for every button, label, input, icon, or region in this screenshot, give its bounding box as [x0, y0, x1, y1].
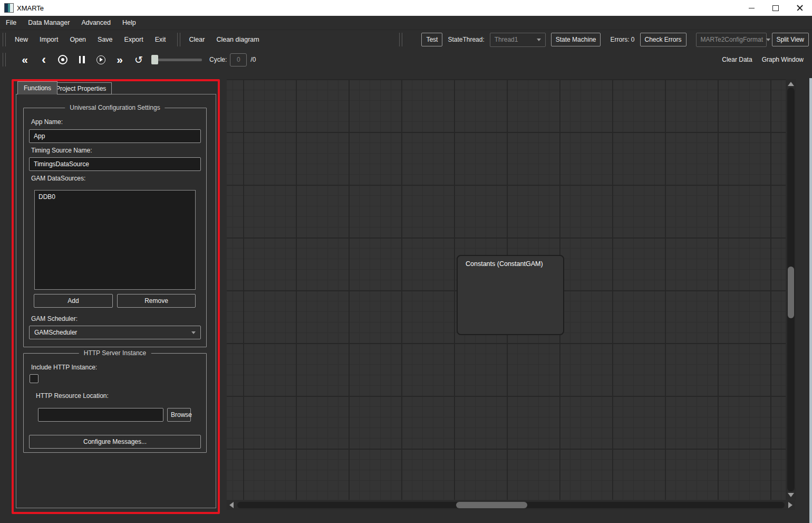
maximize-icon — [772, 5, 779, 11]
split-view-button[interactable]: Split View — [772, 33, 809, 46]
skip-forward-button[interactable]: » — [114, 54, 125, 65]
app-window: { "window": { "title": "XMARTe" }, "menu… — [0, 0, 812, 523]
title-bar: XMARTe — [0, 0, 812, 16]
state-thread-select[interactable]: Thread1 — [490, 33, 546, 47]
check-errors-button[interactable]: Check Errors — [640, 33, 687, 46]
horizontal-scrollbar[interactable] — [227, 500, 795, 510]
reset-icon: ↺ — [134, 55, 143, 65]
scrollbar-thumb[interactable] — [788, 267, 794, 318]
node-constants[interactable]: Constants (ConstantGAM) — [457, 255, 564, 335]
cycle-slider[interactable] — [151, 54, 202, 65]
menu-data-manager[interactable]: Data Manager — [22, 16, 75, 30]
cycle-total: /0 — [250, 56, 256, 63]
record-icon — [58, 55, 67, 64]
chevron-down-icon — [766, 39, 770, 41]
clean-diagram-button[interactable]: Clean diagram — [210, 33, 265, 46]
chevron-down-icon — [537, 39, 541, 41]
window-title: XMARTe — [17, 4, 44, 12]
test-button[interactable]: Test — [421, 33, 442, 46]
toolbar-grip[interactable] — [399, 33, 402, 46]
state-thread-label: StateThread: — [448, 36, 484, 43]
maximize-button[interactable] — [763, 0, 788, 16]
canvas-actions: Clear Data Graph Window — [722, 56, 812, 63]
record-button[interactable] — [57, 54, 68, 65]
scroll-up-icon[interactable] — [788, 82, 794, 86]
cycle-label: Cycle: — [209, 56, 227, 63]
cycle-input[interactable]: 0 — [230, 53, 247, 66]
main-toolbar: New Import Open Save Export Exit Clear C… — [0, 30, 812, 49]
window-edge — [809, 78, 812, 523]
new-button[interactable]: New — [9, 33, 34, 46]
reset-button[interactable]: ↺ — [133, 54, 144, 65]
slider-handle[interactable] — [151, 55, 158, 64]
playback-toolbar: « ‹ » ↺ Cycle: 0 /0 Clear Data Graph Win… — [0, 50, 812, 70]
open-button[interactable]: Open — [64, 33, 92, 46]
toolbar-grip[interactable] — [3, 53, 6, 66]
import-button[interactable]: Import — [34, 33, 64, 46]
close-button[interactable] — [788, 0, 812, 16]
errors-count-label: Errors: 0 — [610, 36, 634, 43]
play-button[interactable] — [95, 54, 106, 65]
clear-button[interactable]: Clear — [183, 33, 211, 46]
state-thread-value: Thread1 — [495, 36, 518, 43]
save-button[interactable]: Save — [92, 33, 119, 46]
diagram-canvas[interactable]: Constants (ConstantGAM) — [227, 79, 786, 500]
pause-button[interactable] — [76, 54, 87, 65]
skip-back-icon: « — [22, 54, 28, 65]
skip-to-start-button[interactable]: « — [20, 54, 30, 65]
menu-file[interactable]: File — [0, 16, 22, 30]
playback-controls: « ‹ » ↺ — [9, 54, 144, 65]
scrollbar-thumb[interactable] — [456, 502, 527, 508]
menu-help[interactable]: Help — [117, 16, 142, 30]
skip-forward-icon: » — [117, 54, 123, 65]
step-back-button[interactable]: ‹ — [38, 54, 49, 65]
menu-bar: File Data Manager Advanced Help — [0, 16, 812, 30]
pause-icon — [79, 56, 85, 63]
window-controls — [739, 0, 812, 16]
scroll-left-icon[interactable] — [229, 502, 234, 508]
annotation-box — [12, 79, 220, 514]
state-machine-button[interactable]: State Machine — [551, 33, 601, 46]
close-icon — [797, 5, 803, 11]
minimize-icon — [749, 8, 755, 8]
export-button[interactable]: Export — [119, 33, 149, 46]
exit-button[interactable]: Exit — [149, 33, 172, 46]
vertical-scrollbar[interactable] — [786, 79, 796, 500]
toolbar-grip[interactable] — [177, 33, 180, 46]
minimize-button[interactable] — [739, 0, 763, 16]
config-format-select[interactable]: MARTe2ConfigFormat — [696, 33, 767, 47]
node-title: Constants (ConstantGAM) — [458, 256, 563, 268]
config-format-value: MARTe2ConfigFormat — [701, 36, 763, 43]
play-icon — [96, 55, 105, 64]
slider-track — [151, 59, 202, 61]
menu-advanced[interactable]: Advanced — [75, 16, 117, 30]
scroll-down-icon[interactable] — [788, 493, 794, 497]
scroll-right-icon[interactable] — [788, 502, 792, 508]
toolbar-grip[interactable] — [3, 33, 6, 46]
graph-window-button[interactable]: Graph Window — [762, 56, 804, 63]
run-toolbar: Test StateThread: Thread1 State Machine … — [397, 33, 812, 47]
step-back-icon: ‹ — [42, 54, 46, 65]
clear-data-button[interactable]: Clear Data — [722, 56, 752, 63]
app-icon — [4, 3, 14, 13]
